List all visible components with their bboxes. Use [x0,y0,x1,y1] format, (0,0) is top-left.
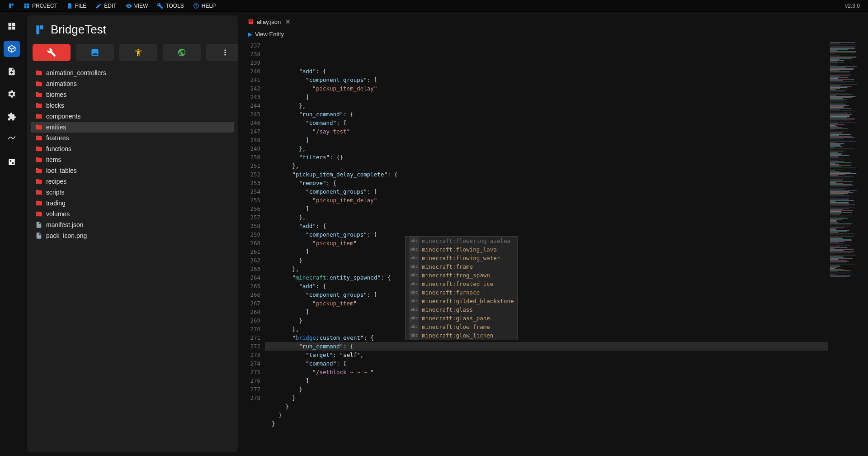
version-label: v2.3.0 [845,3,864,9]
menu-file[interactable]: FILE [62,0,91,12]
app-logo[interactable] [4,0,19,12]
autocomplete-item[interactable]: abcminecraft:frog_spawn [406,271,517,280]
folder-item[interactable]: loot_tables [31,165,234,176]
svg-rect-0 [9,159,14,165]
project-title: BridgeTest [31,21,234,44]
svg-rect-8 [251,20,252,21]
file-item[interactable]: pack_icon.png [31,230,234,241]
menu-project[interactable]: PROJECT [19,0,62,12]
folder-item[interactable]: entities [31,122,234,133]
file-tree: animation_controllersanimationsbiomesblo… [31,67,234,241]
autocomplete-item[interactable]: abcminecraft:furnace [406,288,517,297]
autocomplete-item[interactable]: abcminecraft:flowering_azalea [406,237,517,245]
activity-graph[interactable] [4,131,20,147]
autocomplete-item[interactable]: abcminecraft:flowing_water [406,254,517,262]
code-content[interactable]: "add": { "component_groups": [ "pickup_i… [265,40,828,452]
menu-file-label: FILE [75,3,86,9]
tab-allay[interactable]: allay.json ✕ [243,15,295,28]
view-entity-button[interactable]: View Entity [255,31,284,38]
folder-item[interactable]: biomes [31,89,234,100]
action-image[interactable] [76,44,114,61]
activity-file-add[interactable] [4,63,20,80]
activity-settings[interactable] [4,86,20,102]
folder-item[interactable]: animations [31,78,234,89]
menu-edit[interactable]: EDIT [91,0,121,12]
editor-area: allay.json ✕ ▶ View Entity 2372382392402… [243,15,864,452]
top-menubar: PROJECT FILE EDIT VIEW TOOLS HELP v2.3.0 [0,0,868,12]
activity-bar [0,12,24,456]
folder-item[interactable]: volumes [31,209,234,219]
action-accessibility[interactable] [119,44,157,61]
folder-item[interactable]: trading [31,198,234,209]
activity-extensions[interactable] [4,109,20,125]
code-editor[interactable]: 2372382392402412422432442452462472482492… [243,40,864,452]
activity-pack[interactable] [4,41,20,57]
menu-tools-label: TOOLS [165,3,184,9]
autocomplete-item[interactable]: abcminecraft:glass_pane [406,314,517,323]
folder-item[interactable]: animation_controllers [31,67,234,78]
action-build[interactable] [33,44,71,61]
autocomplete-item[interactable]: abcminecraft:glow_lichen [406,331,517,340]
sidebar-actions [31,44,234,67]
menu-project-label: PROJECT [32,3,57,9]
folder-item[interactable]: functions [31,143,234,154]
autocomplete-item[interactable]: abcminecraft:glowingobsidian [406,340,517,340]
folder-item[interactable]: scripts [31,187,234,198]
file-item[interactable]: manifest.json [31,219,234,230]
svg-point-3 [224,49,226,51]
autocomplete-item[interactable]: abcminecraft:glass [406,305,517,314]
folder-item[interactable]: components [31,111,234,122]
folder-item[interactable]: items [31,154,234,165]
folder-item[interactable]: recipes [31,176,234,187]
sidebar-panel: BridgeTest animation_controllersanimatio… [27,15,238,452]
project-title-text: BridgeTest [51,23,106,37]
menu-edit-label: EDIT [104,3,116,9]
editor-tabs: allay.json ✕ [243,15,864,28]
svg-point-5 [224,54,226,55]
svg-rect-7 [250,20,250,21]
tab-close-icon[interactable]: ✕ [285,18,291,25]
menu-help[interactable]: HELP [189,0,220,12]
view-entity-chevron-icon: ▶ [248,31,252,38]
folder-item[interactable]: blocks [31,100,234,111]
svg-rect-1 [10,160,11,162]
tab-filename: allay.json [257,19,281,25]
folder-item[interactable]: features [31,133,234,143]
menu-help-label: HELP [202,3,216,9]
action-more[interactable] [206,44,238,61]
autocomplete-item[interactable]: abcminecraft:frosted_ice [406,280,517,288]
activity-compiler[interactable] [4,154,20,170]
autocomplete-item[interactable]: abcminecraft:glow_frame [406,323,517,331]
svg-point-4 [224,52,226,53]
menu-view-label: VIEW [134,3,148,9]
project-logo-icon [34,24,46,36]
svg-rect-2 [12,162,14,164]
secondary-bar: ▶ View Entity [243,28,864,40]
autocomplete-item[interactable]: abcminecraft:gilded_blackstone [406,297,517,305]
menu-view[interactable]: VIEW [121,0,153,12]
autocomplete-item[interactable]: abcminecraft:flowing_lava [406,245,517,254]
action-world[interactable] [163,44,201,61]
svg-rect-6 [249,19,254,24]
entity-file-icon [248,19,254,25]
activity-home[interactable] [4,18,20,34]
autocomplete-item[interactable]: abcminecraft:frame [406,262,517,271]
autocomplete-popup[interactable]: abcminecraft:flowering_azaleaabcminecraf… [405,236,518,340]
menu-tools[interactable]: TOOLS [152,0,188,12]
minimap[interactable] [828,40,864,452]
line-gutter: 2372382392402412422432442452462472482492… [243,40,265,452]
